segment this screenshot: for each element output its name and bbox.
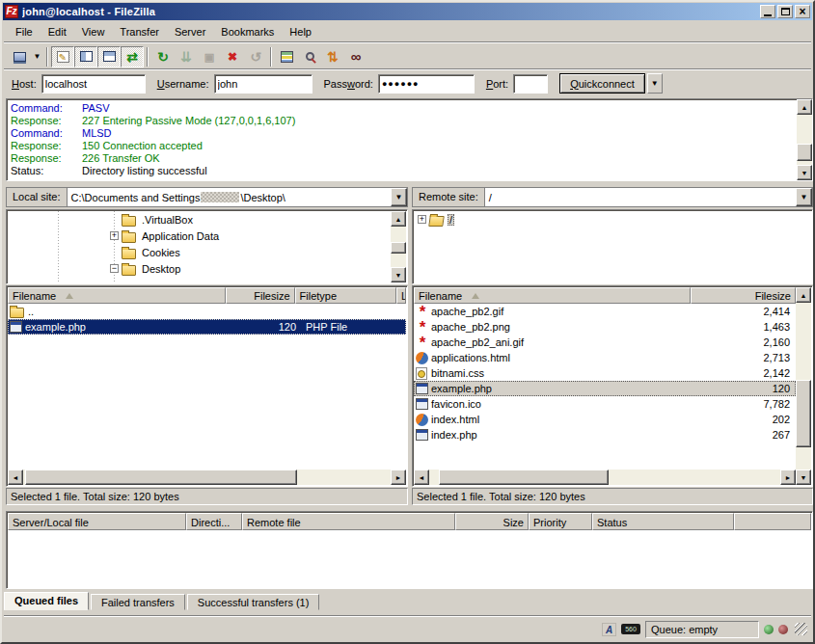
column-header-filename[interactable]: Filename: [414, 287, 691, 304]
refresh-button[interactable]: ↻: [151, 46, 175, 67]
column-header-direction[interactable]: Directi...: [186, 513, 242, 530]
find-files-button[interactable]: ∞: [344, 46, 367, 67]
quickconnect-bar: Host: Username: Password: Port: Quickcon…: [4, 68, 811, 97]
toggle-queue-button[interactable]: ⇄: [121, 46, 144, 67]
title-bar: Fz john@localhost - FileZilla ×: [3, 3, 812, 20]
scroll-left-button[interactable]: ◄: [8, 470, 23, 485]
folder-icon: [10, 308, 24, 318]
disconnect-button[interactable]: ✖: [221, 46, 244, 67]
column-header-filesize[interactable]: Filesize: [691, 287, 796, 304]
process-queue-button[interactable]: ⇊: [175, 46, 198, 67]
tree-item-application-data[interactable]: +Application Data: [8, 228, 391, 244]
expand-plus-icon[interactable]: +: [418, 215, 426, 224]
password-input[interactable]: [378, 74, 475, 94]
folder-icon: [122, 265, 136, 276]
sync-browsing-icon: ⇅: [327, 50, 339, 64]
remote-file-row[interactable]: bitnami.css2,142: [414, 365, 796, 381]
column-header-priority[interactable]: Priority: [529, 513, 592, 530]
toggle-local-tree-button[interactable]: [74, 46, 97, 67]
column-header-remote-file[interactable]: Remote file: [242, 513, 455, 530]
site-manager-button[interactable]: [8, 46, 31, 67]
local-file-row-example-php[interactable]: example.php 120 PHP File 1: [8, 319, 406, 335]
scroll-left-button[interactable]: ◄: [414, 470, 429, 485]
remote-file-row[interactable]: *apache_pb2.gif2,414: [414, 304, 796, 319]
menu-file[interactable]: File: [8, 24, 41, 40]
local-file-row-parent-dir[interactable]: ..: [8, 304, 406, 319]
port-input[interactable]: [513, 74, 548, 94]
maximize-button[interactable]: [777, 5, 793, 18]
reconnect-button[interactable]: ↺: [244, 46, 267, 67]
scroll-thumb[interactable]: [439, 470, 609, 485]
speed-limit-icon[interactable]: 560: [621, 624, 640, 634]
minimize-button[interactable]: [760, 5, 775, 18]
synchronized-browsing-button[interactable]: ⇅: [321, 46, 344, 67]
host-input[interactable]: [41, 74, 146, 94]
remote-file-row[interactable]: *apache_pb2.png1,463: [414, 319, 796, 335]
site-manager-dropdown-button[interactable]: ▼: [31, 46, 43, 67]
quickconnect-button[interactable]: Quickconnect: [559, 73, 645, 94]
column-header-status[interactable]: Status: [592, 513, 734, 530]
tree-item-cookies[interactable]: Cookies: [8, 244, 391, 260]
menu-server[interactable]: Server: [167, 24, 213, 40]
username-input[interactable]: [214, 74, 312, 94]
directory-comparison-button[interactable]: [298, 46, 321, 67]
scroll-down-button[interactable]: ▼: [796, 470, 811, 485]
remote-file-row[interactable]: index.html202: [414, 412, 796, 427]
scroll-thumb[interactable]: [796, 380, 811, 447]
tree-item-root[interactable]: +/: [414, 211, 811, 228]
close-button[interactable]: ×: [795, 5, 810, 18]
scroll-up-button[interactable]: ▲: [797, 99, 812, 115]
column-header-server-local-file[interactable]: Server/Local file: [8, 513, 186, 530]
tab-successful-transfers[interactable]: Successful transfers (1): [187, 594, 320, 610]
resize-grip[interactable]: [795, 623, 807, 635]
tab-queued-files[interactable]: Queued files: [4, 592, 89, 610]
toggle-message-log-button[interactable]: ✎: [51, 46, 74, 67]
column-header-size[interactable]: Size: [455, 513, 529, 530]
menu-help[interactable]: Help: [282, 24, 319, 40]
menu-bookmarks[interactable]: Bookmarks: [213, 24, 282, 40]
scroll-up-button[interactable]: ▲: [391, 211, 406, 227]
menu-edit[interactable]: Edit: [41, 24, 74, 40]
menu-transfer[interactable]: Transfer: [112, 24, 167, 40]
scroll-thumb[interactable]: [797, 144, 812, 161]
scroll-thumb[interactable]: [25, 470, 297, 485]
remote-file-row[interactable]: favicon.ico7,782: [414, 396, 796, 412]
tree-item-virtualbox[interactable]: .VirtualBox: [8, 211, 391, 228]
scroll-up-button[interactable]: ▲: [796, 287, 811, 303]
quickconnect-dropdown-button[interactable]: ▼: [647, 73, 663, 94]
local-list-horizontal-scrollbar[interactable]: ◄ ►: [8, 470, 406, 485]
remote-site-combo[interactable]: /: [485, 188, 796, 206]
remote-list-horizontal-scrollbar[interactable]: ◄ ►: [414, 470, 796, 485]
local-site-combo[interactable]: C:\Documents and Settings\Desktop\: [68, 188, 391, 206]
remote-file-row[interactable]: applications.html2,713: [414, 350, 796, 365]
tree-item-desktop[interactable]: −Desktop: [8, 260, 391, 277]
column-header-filetype[interactable]: Filetype: [295, 287, 396, 304]
scroll-down-button[interactable]: ▼: [391, 267, 406, 282]
local-site-dropdown-button[interactable]: ▼: [391, 188, 407, 206]
remote-site-dropdown-button[interactable]: ▼: [796, 188, 812, 206]
expand-plus-icon[interactable]: +: [110, 231, 119, 240]
scroll-right-button[interactable]: ►: [780, 470, 796, 485]
scroll-thumb[interactable]: [391, 242, 406, 254]
column-header-last-modified[interactable]: L: [396, 287, 406, 304]
remote-file-row-example-php[interactable]: example.php120: [414, 381, 796, 396]
sort-ascending-icon: [66, 293, 73, 299]
remote-file-row[interactable]: index.php267: [414, 427, 796, 443]
filename-filters-button[interactable]: [275, 46, 298, 67]
remote-list-vertical-scrollbar[interactable]: ▲ ▼: [796, 287, 811, 485]
collapse-minus-icon[interactable]: −: [110, 264, 119, 273]
local-list-header: Filename Filesize Filetype L: [8, 287, 406, 304]
transfer-type-ascii-icon[interactable]: A: [602, 623, 616, 636]
scroll-right-button[interactable]: ►: [391, 470, 406, 485]
column-header-filename[interactable]: Filename: [8, 287, 226, 304]
scroll-down-button[interactable]: ▼: [797, 165, 812, 180]
menu-view[interactable]: View: [74, 24, 113, 40]
local-tree-vertical-scrollbar[interactable]: ▲ ▼: [391, 211, 406, 282]
log-vertical-scrollbar[interactable]: ▲ ▼: [797, 99, 812, 180]
column-header-filesize[interactable]: Filesize: [226, 287, 294, 304]
remote-tree-icon: [103, 51, 116, 62]
remote-file-row[interactable]: *apache_pb2_ani.gif2,160: [414, 335, 796, 350]
tab-failed-transfers[interactable]: Failed transfers: [91, 594, 185, 610]
cancel-operation-button[interactable]: ▣: [198, 46, 221, 67]
toggle-remote-tree-button[interactable]: [97, 46, 121, 67]
